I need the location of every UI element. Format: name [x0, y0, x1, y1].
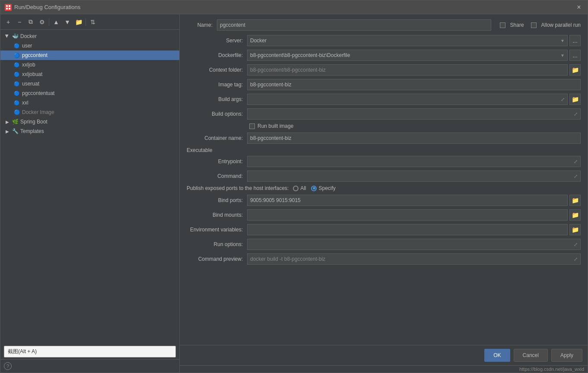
apply-button[interactable]: Apply — [551, 349, 582, 362]
server-row: Server: Docker ▼ ... — [187, 35, 581, 46]
name-input[interactable] — [217, 19, 491, 31]
share-checkbox-group: Share — [500, 22, 524, 28]
close-button[interactable]: × — [575, 3, 583, 12]
tree-item-xxljob[interactable]: 🔵 xxljob — [0, 60, 179, 70]
env-vars-input[interactable] — [247, 224, 568, 235]
build-args-folder-button[interactable]: 📁 — [569, 94, 581, 105]
bind-ports-control: 📁 — [247, 195, 581, 206]
executable-section: Executable — [187, 147, 581, 153]
allow-parallel-label: Allow parallel run — [541, 22, 581, 28]
build-options-expand-button[interactable]: ⤢ — [571, 110, 580, 118]
sort-button[interactable]: ⇅ — [88, 17, 98, 27]
build-args-input[interactable] — [247, 94, 568, 105]
folder-button[interactable]: 📁 — [73, 17, 84, 27]
tree-label-xxljobuat: xxljobuat — [22, 71, 42, 77]
run-options-input[interactable] — [247, 239, 581, 250]
env-vars-folder-button[interactable]: 📁 — [569, 224, 581, 235]
build-args-row: Build args: ⤢ 📁 — [187, 94, 581, 105]
configuration-form: Name: Share Allow parallel run — [180, 14, 588, 345]
container-name-input[interactable] — [247, 133, 581, 144]
publish-specify-option[interactable]: Specify — [311, 185, 335, 191]
share-checkbox[interactable] — [500, 22, 505, 28]
entrypoint-input[interactable] — [247, 156, 581, 167]
configurations-toolbar: + − ⧉ ⚙ ▲ ▼ 📁 ⇅ — [0, 14, 179, 30]
tree-item-docker-image[interactable]: 🔵 Docker Image — [0, 107, 179, 117]
tree-item-xxljobuat[interactable]: 🔵 xxljobuat — [0, 70, 179, 79]
settings-config-button[interactable]: ⚙ — [37, 17, 47, 27]
xxljob-config-icon: 🔵 — [13, 61, 20, 68]
tree-item-useruat[interactable]: 🔵 useruat — [0, 79, 179, 89]
tree-item-spring-boot[interactable]: ▶ 🌿 Spring Boot — [0, 117, 179, 126]
bind-ports-input[interactable] — [247, 195, 568, 206]
publish-all-radio[interactable] — [293, 186, 299, 191]
allow-parallel-group: Allow parallel run — [531, 22, 581, 28]
publish-all-option[interactable]: All — [293, 185, 306, 191]
image-tag-label: Image tag: — [187, 82, 247, 88]
remove-config-button[interactable]: − — [14, 17, 25, 27]
command-preview-expand-button[interactable]: ⤢ — [571, 255, 580, 263]
env-vars-control: 📁 — [247, 224, 581, 235]
copy-config-button[interactable]: ⧉ — [25, 17, 36, 27]
xxljobuat-config-icon: 🔵 — [13, 71, 20, 78]
tree-item-user[interactable]: 🔵 user — [0, 41, 179, 51]
bind-ports-row: Bind ports: 📁 — [187, 195, 581, 206]
templates-icon: 🔧 — [12, 128, 19, 135]
help-button[interactable]: ? — [4, 362, 12, 370]
run-options-label: Run options: — [187, 241, 247, 247]
server-dropdown[interactable]: Docker ▼ — [247, 35, 568, 46]
spring-boot-icon: 🌿 — [12, 118, 19, 125]
docker-image-icon: 🔵 — [13, 109, 20, 116]
bind-mounts-control: 📁 — [247, 209, 581, 221]
context-folder-row: Context folder: b8-pgccontent/b8-pgccont… — [187, 64, 581, 76]
right-panel: Name: Share Allow parallel run — [180, 14, 588, 373]
ok-button[interactable]: OK — [484, 349, 510, 362]
user-config-icon: 🔵 — [13, 42, 20, 49]
dockerfile-dropdown-arrow-icon: ▼ — [560, 53, 565, 58]
server-label: Server: — [187, 38, 247, 44]
name-row: Name: Share Allow parallel run — [187, 19, 581, 31]
dockerfile-dropdown[interactable]: b8-pgccontent\b8-pgccontent-biz\Dockerfi… — [247, 50, 568, 61]
publish-specify-radio[interactable] — [311, 186, 317, 191]
run-built-image-checkbox[interactable] — [249, 123, 255, 129]
screenshot-tooltip: 截图(Alt + A) — [4, 346, 176, 357]
bind-mounts-input[interactable] — [247, 209, 568, 221]
tree-label-docker-image: Docker Image — [22, 109, 54, 115]
share-area: Share Allow parallel run — [500, 22, 581, 28]
context-folder-browse-button[interactable]: 📁 — [569, 64, 581, 76]
build-args-expand-button[interactable]: ⤢ — [558, 95, 567, 104]
entrypoint-expand-button[interactable]: ⤢ — [571, 157, 580, 166]
bind-ports-folder-button[interactable]: 📁 — [569, 195, 581, 206]
server-control: Docker ▼ ... — [247, 35, 581, 46]
tree-item-pgccontent[interactable]: 🔵 pgccontent — [0, 51, 179, 60]
server-settings-button[interactable]: ... — [569, 35, 581, 46]
build-options-input[interactable] — [247, 108, 581, 120]
tree-item-templates[interactable]: ▶ 🔧 Templates — [0, 126, 179, 136]
tree-item-xxl[interactable]: 🔵 xxl — [0, 98, 179, 107]
run-options-expand-button[interactable]: ⤢ — [571, 240, 580, 249]
cancel-button[interactable]: Cancel — [514, 349, 548, 362]
dockerfile-browse-button[interactable]: ... — [569, 50, 581, 61]
bind-mounts-folder-button[interactable]: 📁 — [569, 209, 581, 221]
context-folder-input[interactable]: b8-pgccontent/b8-pgccontent-biz — [247, 64, 568, 76]
move-down-button[interactable]: ▼ — [62, 17, 73, 27]
move-up-button[interactable]: ▲ — [51, 17, 61, 27]
allow-parallel-checkbox[interactable] — [531, 22, 537, 28]
bottom-buttons: OK Cancel Apply — [180, 345, 588, 365]
add-config-button[interactable]: + — [3, 17, 13, 27]
container-name-label: Container name: — [187, 135, 247, 141]
window-icon — [5, 4, 12, 11]
executable-label: Executable — [187, 147, 212, 153]
image-tag-input[interactable] — [247, 79, 581, 90]
container-name-control — [247, 133, 581, 144]
tree-label-xxl: xxl — [22, 100, 29, 106]
build-options-control: ⤢ — [247, 108, 581, 120]
tree-item-pgccontentuat[interactable]: 🔵 pgccontentuat — [0, 89, 179, 98]
tree-item-docker[interactable]: ▶ 🐳 Docker — [0, 32, 179, 41]
command-input[interactable] — [247, 171, 581, 182]
command-expand-button[interactable]: ⤢ — [571, 172, 580, 180]
share-label: Share — [510, 22, 524, 28]
publish-specify-label: Specify — [318, 185, 335, 191]
dockerfile-value: b8-pgccontent\b8-pgccontent-biz\Dockerfi… — [250, 52, 350, 58]
image-tag-control — [247, 79, 581, 90]
left-panel: + − ⧉ ⚙ ▲ ▼ 📁 ⇅ ▶ 🐳 Docker — [0, 14, 180, 373]
